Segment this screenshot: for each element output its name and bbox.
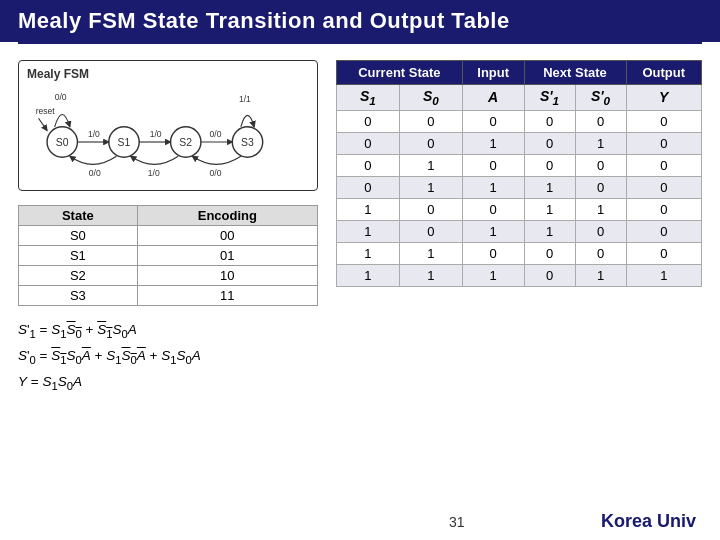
svg-text:1/0: 1/0 bbox=[150, 129, 162, 139]
table-row: 100110 bbox=[337, 198, 702, 220]
encoding-cell: 00 bbox=[137, 226, 317, 246]
svg-text:0/0: 0/0 bbox=[55, 92, 67, 102]
truth-cell: 0 bbox=[524, 132, 575, 154]
table-row: 111011 bbox=[337, 264, 702, 286]
page-title: Mealy FSM State Transition and Output Ta… bbox=[0, 0, 720, 42]
col-sub-s0: S0 bbox=[399, 85, 462, 111]
truth-cell: 0 bbox=[626, 176, 701, 198]
svg-text:S3: S3 bbox=[241, 137, 254, 148]
table-row: 010000 bbox=[337, 154, 702, 176]
truth-cell: 1 bbox=[399, 154, 462, 176]
truth-cell: 1 bbox=[337, 220, 400, 242]
truth-cell: 1 bbox=[337, 242, 400, 264]
truth-cell: 1 bbox=[337, 198, 400, 220]
equations: S'1 = S1S0 + S1S0A S'0 = S1S0A + S1S0A +… bbox=[18, 318, 318, 396]
svg-line-8 bbox=[39, 118, 48, 130]
truth-cell: 0 bbox=[462, 242, 524, 264]
truth-cell: 0 bbox=[626, 242, 701, 264]
university-label: Korea Univ bbox=[601, 511, 696, 532]
truth-cell: 1 bbox=[575, 198, 626, 220]
truth-cell: 1 bbox=[524, 220, 575, 242]
encoding-cell: S3 bbox=[19, 286, 138, 306]
fsm-diagram-box: Mealy FSM S0 S1 S2 S3 reset 1/0 bbox=[18, 60, 318, 191]
svg-text:0/0: 0/0 bbox=[210, 168, 222, 178]
svg-text:1/0: 1/0 bbox=[148, 168, 160, 178]
truth-cell: 0 bbox=[626, 220, 701, 242]
fsm-diagram-label: Mealy FSM bbox=[27, 67, 309, 81]
truth-cell: 0 bbox=[337, 110, 400, 132]
encoding-cell: S2 bbox=[19, 266, 138, 286]
encoding-cell: 11 bbox=[137, 286, 317, 306]
col-sub-s1prime: S'1 bbox=[524, 85, 575, 111]
truth-cell: 0 bbox=[399, 198, 462, 220]
truth-cell: 0 bbox=[626, 132, 701, 154]
col-group-input: Input bbox=[462, 61, 524, 85]
truth-cell: 0 bbox=[575, 220, 626, 242]
truth-cell: 0 bbox=[462, 110, 524, 132]
truth-cell: 0 bbox=[626, 154, 701, 176]
encoding-cell: S0 bbox=[19, 226, 138, 246]
footer: 31 Korea Univ bbox=[0, 511, 720, 532]
truth-cell: 0 bbox=[399, 110, 462, 132]
truth-cell: 1 bbox=[524, 198, 575, 220]
table-row: 000000 bbox=[337, 110, 702, 132]
equation-2: S'0 = S1S0A + S1S0A + S1S0A bbox=[18, 344, 318, 370]
encoding-col-encoding: Encoding bbox=[137, 206, 317, 226]
encoding-col-state: State bbox=[19, 206, 138, 226]
truth-cell: 0 bbox=[524, 110, 575, 132]
truth-cell: 1 bbox=[337, 264, 400, 286]
encoding-cell: 01 bbox=[137, 246, 317, 266]
col-sub-s1: S1 bbox=[337, 85, 400, 111]
col-group-output: Output bbox=[626, 61, 701, 85]
col-sub-a: A bbox=[462, 85, 524, 111]
truth-cell: 0 bbox=[575, 176, 626, 198]
truth-cell: 0 bbox=[575, 110, 626, 132]
truth-cell: 1 bbox=[524, 176, 575, 198]
svg-text:reset: reset bbox=[36, 106, 56, 116]
truth-cell: 0 bbox=[399, 220, 462, 242]
truth-cell: 0 bbox=[337, 176, 400, 198]
truth-cell: 1 bbox=[575, 132, 626, 154]
truth-cell: 0 bbox=[462, 154, 524, 176]
truth-cell: 0 bbox=[337, 132, 400, 154]
truth-cell: 1 bbox=[462, 176, 524, 198]
truth-cell: 1 bbox=[399, 176, 462, 198]
fsm-diagram-svg: S0 S1 S2 S3 reset 1/0 1/0 0/0 bbox=[27, 85, 297, 180]
truth-cell: 1 bbox=[399, 242, 462, 264]
svg-text:S2: S2 bbox=[179, 137, 192, 148]
table-row: 101100 bbox=[337, 220, 702, 242]
truth-table: Current State Input Next State Output S1… bbox=[336, 60, 702, 287]
encoding-cell: 10 bbox=[137, 266, 317, 286]
svg-text:S0: S0 bbox=[56, 137, 69, 148]
svg-text:0/0: 0/0 bbox=[89, 168, 101, 178]
truth-cell: 1 bbox=[462, 220, 524, 242]
col-sub-y: Y bbox=[626, 85, 701, 111]
truth-cell: 1 bbox=[462, 132, 524, 154]
truth-cell: 0 bbox=[399, 132, 462, 154]
truth-cell: 1 bbox=[462, 264, 524, 286]
truth-cell: 0 bbox=[524, 154, 575, 176]
truth-cell: 0 bbox=[626, 198, 701, 220]
table-row: 110000 bbox=[337, 242, 702, 264]
right-panel: Current State Input Next State Output S1… bbox=[336, 60, 702, 396]
truth-cell: 0 bbox=[626, 110, 701, 132]
col-group-next-state: Next State bbox=[524, 61, 626, 85]
truth-cell: 1 bbox=[626, 264, 701, 286]
col-sub-s0prime: S'0 bbox=[575, 85, 626, 111]
truth-cell: 0 bbox=[575, 154, 626, 176]
title-divider bbox=[18, 42, 702, 44]
equation-1: S'1 = S1S0 + S1S0A bbox=[18, 318, 318, 344]
table-row: 001010 bbox=[337, 132, 702, 154]
truth-cell: 1 bbox=[575, 264, 626, 286]
left-panel: Mealy FSM S0 S1 S2 S3 reset 1/0 bbox=[18, 60, 318, 396]
truth-cell: 0 bbox=[462, 198, 524, 220]
page-number: 31 bbox=[312, 514, 600, 530]
truth-cell: 0 bbox=[337, 154, 400, 176]
truth-cell: 0 bbox=[575, 242, 626, 264]
truth-cell: 0 bbox=[524, 264, 575, 286]
svg-text:1/0: 1/0 bbox=[88, 129, 100, 139]
truth-cell: 1 bbox=[399, 264, 462, 286]
svg-text:0/0: 0/0 bbox=[210, 129, 222, 139]
svg-text:S1: S1 bbox=[118, 137, 131, 148]
equation-3: Y = S1S0A bbox=[18, 370, 318, 396]
